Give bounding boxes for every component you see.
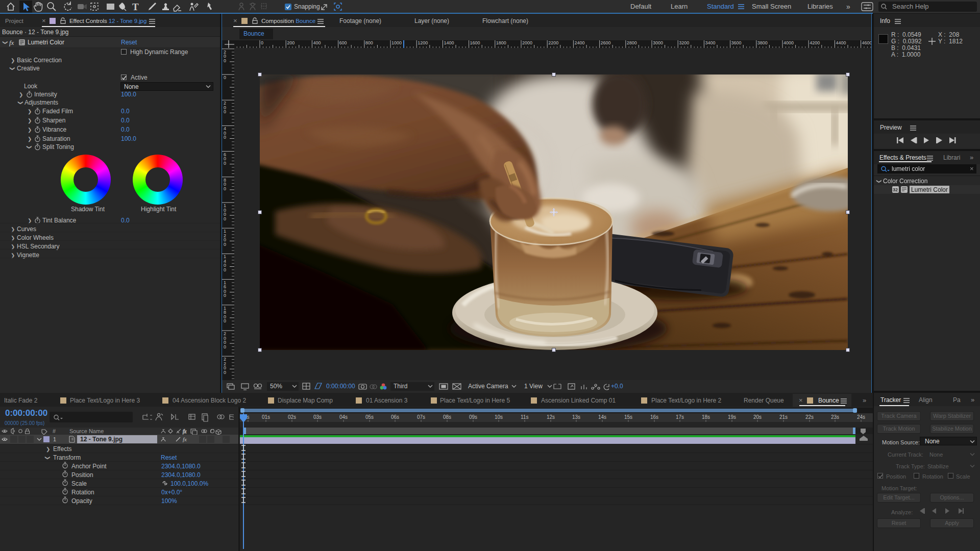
svg-text:1800: 1800 <box>496 40 506 45</box>
svg-text:4400: 4400 <box>836 40 846 45</box>
svg-text:0: 0 <box>224 267 226 272</box>
svg-text:09s: 09s <box>469 414 477 420</box>
svg-text:06s: 06s <box>391 414 399 420</box>
svg-text:fx: fx <box>183 429 187 434</box>
svg-text:0: 0 <box>224 161 226 166</box>
svg-text:2200: 2200 <box>548 40 558 45</box>
svg-text:0: 0 <box>224 135 226 140</box>
svg-text:Learn: Learn <box>671 3 688 10</box>
svg-text:fx: fx <box>183 436 187 442</box>
svg-text:0: 0 <box>224 58 226 63</box>
svg-text:4000: 4000 <box>783 40 794 45</box>
svg-text:50%: 50% <box>270 383 282 390</box>
svg-text:400: 400 <box>313 40 321 45</box>
svg-text:0: 0 <box>261 40 263 45</box>
svg-text:20s: 20s <box>753 414 762 420</box>
svg-text:1000: 1000 <box>391 40 402 45</box>
svg-text:2600: 2600 <box>601 40 611 45</box>
svg-text:02s: 02s <box>288 414 296 420</box>
svg-text:0: 0 <box>224 186 226 191</box>
svg-text:0:00:00:00: 0:00:00:00 <box>326 383 355 390</box>
svg-text:18s: 18s <box>702 414 710 420</box>
svg-text:Search Help: Search Help <box>892 3 929 10</box>
svg-text:#: # <box>53 428 56 434</box>
svg-text:0: 0 <box>224 344 226 349</box>
svg-text:1200: 1200 <box>418 40 428 45</box>
svg-text:Third: Third <box>394 383 407 390</box>
svg-text:12 - Tone 9.jpg: 12 - Tone 9.jpg <box>80 436 122 443</box>
svg-text:Standard: Standard <box>707 3 734 10</box>
svg-text:4200: 4200 <box>810 40 820 45</box>
svg-text:10s: 10s <box>495 414 503 420</box>
svg-text:1600: 1600 <box>470 40 480 45</box>
svg-text:24s: 24s <box>857 414 865 420</box>
svg-text:200: 200 <box>287 40 295 45</box>
svg-text:11s: 11s <box>521 414 528 420</box>
svg-text:04s: 04s <box>339 414 348 420</box>
svg-text:0: 0 <box>224 109 226 114</box>
svg-text:3000: 3000 <box>653 40 663 45</box>
svg-text:03s: 03s <box>313 414 322 420</box>
svg-text:1 View: 1 View <box>524 383 543 390</box>
svg-text:2000: 2000 <box>522 40 532 45</box>
svg-text:Default: Default <box>630 3 652 10</box>
svg-text:600: 600 <box>339 40 347 45</box>
svg-text:17s: 17s <box>676 414 684 420</box>
svg-text:19s: 19s <box>728 414 736 420</box>
svg-text:Source Name: Source Name <box>69 428 104 434</box>
svg-text:1400: 1400 <box>444 40 454 45</box>
svg-text:T: T <box>132 2 139 12</box>
svg-text:22s: 22s <box>805 414 814 420</box>
svg-text:0: 0 <box>224 293 226 298</box>
svg-text:01s: 01s <box>262 414 270 420</box>
svg-text:3400: 3400 <box>705 40 715 45</box>
svg-text:16s: 16s <box>650 414 658 420</box>
svg-text:2400: 2400 <box>574 40 584 45</box>
svg-text:23s: 23s <box>831 414 839 420</box>
svg-text:Snapping: Snapping <box>294 3 320 10</box>
svg-text:Small Screen: Small Screen <box>752 3 791 10</box>
svg-text:0: 0 <box>224 318 226 323</box>
svg-text:Libraries: Libraries <box>807 3 833 10</box>
svg-text:32: 32 <box>893 187 898 192</box>
svg-text:3600: 3600 <box>731 40 742 45</box>
svg-text:800: 800 <box>365 40 373 45</box>
svg-text:08s: 08s <box>443 414 451 420</box>
svg-text:1: 1 <box>53 436 56 442</box>
svg-text:0: 0 <box>224 242 226 247</box>
svg-text:0: 0 <box>224 75 226 80</box>
svg-text:21s: 21s <box>779 414 788 420</box>
svg-text:12s: 12s <box>547 414 555 420</box>
svg-text:14s: 14s <box>598 414 606 420</box>
svg-text:3800: 3800 <box>757 40 768 45</box>
svg-text:13s: 13s <box>572 414 580 420</box>
svg-text:3200: 3200 <box>679 40 689 45</box>
svg-text:+0.0: +0.0 <box>611 383 623 390</box>
svg-text:0: 0 <box>224 216 226 221</box>
svg-text:07s: 07s <box>417 414 425 420</box>
svg-text:2800: 2800 <box>627 40 637 45</box>
svg-text:4600: 4600 <box>862 40 871 45</box>
svg-text:05s: 05s <box>365 414 374 420</box>
svg-text:»: » <box>846 3 850 11</box>
svg-text:Active Camera: Active Camera <box>468 383 508 390</box>
svg-text:0: 0 <box>224 370 226 375</box>
svg-text:15s: 15s <box>624 414 632 420</box>
